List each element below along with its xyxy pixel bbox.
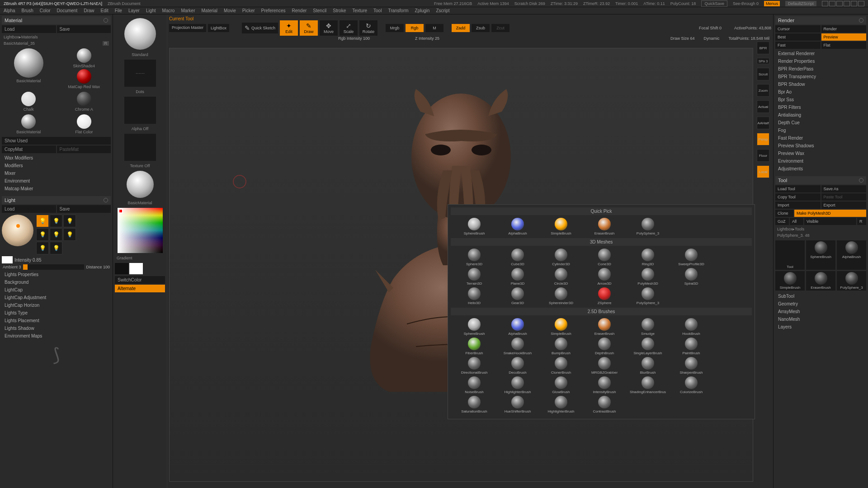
all-button[interactable]: All bbox=[790, 218, 803, 225]
menu-texture[interactable]: Texture bbox=[352, 8, 367, 13]
tool-item-depthbrush[interactable]: DepthBrush bbox=[584, 338, 625, 355]
light-section[interactable]: Lights Properties bbox=[2, 271, 111, 278]
menu-file[interactable]: File bbox=[115, 8, 122, 13]
menus-button[interactable]: Menus bbox=[764, 1, 780, 6]
tool-item-eraserbrush[interactable]: EraserBrush bbox=[584, 318, 625, 336]
render-section[interactable]: Antialiasing bbox=[775, 111, 866, 119]
tool-item-polysphere_3[interactable]: PolySphere_3 bbox=[627, 218, 669, 235]
material-section[interactable]: Matcap Maker bbox=[2, 185, 111, 192]
render-section[interactable]: Preview Wax bbox=[775, 150, 866, 157]
material-section[interactable]: Wax Modifiers bbox=[2, 154, 111, 162]
light-section[interactable]: Lights Type bbox=[2, 309, 111, 317]
quicksave-button[interactable]: QuickSave bbox=[701, 0, 727, 7]
material-thumbnail[interactable] bbox=[77, 114, 91, 129]
bpr-button[interactable]: BPR bbox=[757, 42, 769, 54]
tool-item-contrastbrush[interactable]: ContrastBrush bbox=[584, 396, 625, 413]
focal-shift-slider[interactable]: Focal Shift 0 bbox=[699, 26, 722, 30]
render-palette-header[interactable]: Render bbox=[775, 16, 866, 24]
window-icon[interactable] bbox=[836, 1, 843, 6]
tool-item-decobrush[interactable]: DecoBrush bbox=[497, 357, 538, 375]
menu-transform[interactable]: Transform bbox=[388, 8, 408, 13]
tool-section[interactable]: NanoMesh bbox=[775, 315, 866, 323]
zcut-button[interactable]: Zcut bbox=[491, 24, 509, 32]
copy-tool-button[interactable]: Copy Tool bbox=[775, 193, 821, 201]
render-section[interactable]: Fast Render bbox=[775, 134, 866, 142]
preview-button[interactable]: Preview bbox=[821, 33, 867, 41]
color-picker[interactable] bbox=[118, 208, 163, 253]
lightbox-materials-link[interactable]: Lightbox▸Materials bbox=[2, 34, 111, 40]
light-slot-button[interactable]: 💡 bbox=[36, 228, 49, 241]
menu-tool[interactable]: Tool bbox=[373, 8, 382, 13]
tool-item-clonerbrush[interactable]: ClonerBrush bbox=[540, 357, 582, 375]
menu-render[interactable]: Render bbox=[292, 8, 307, 13]
tool-item-sweepprofile3d[interactable]: SweepProfile3D bbox=[670, 249, 712, 266]
import-button[interactable]: Import bbox=[775, 202, 821, 209]
tool-palette-header[interactable]: Tool bbox=[775, 176, 866, 184]
light-section[interactable]: Environment Maps bbox=[2, 332, 111, 340]
rgb-button[interactable]: Rgb bbox=[406, 24, 424, 32]
load-light-button[interactable]: Load bbox=[2, 205, 56, 213]
tool-item-paintbrush[interactable]: PaintBrush bbox=[670, 338, 712, 355]
save-material-button[interactable]: Save bbox=[57, 25, 111, 33]
zadd-button[interactable]: Zadd bbox=[452, 24, 470, 32]
material-thumbnail[interactable] bbox=[77, 69, 91, 84]
brush-preview[interactable] bbox=[124, 18, 156, 50]
light-slot-button[interactable]: 💡 bbox=[50, 215, 62, 227]
material-thumbnail[interactable] bbox=[77, 92, 91, 106]
tool-item-singlelayerbrush[interactable]: SingleLayerBrush bbox=[627, 338, 669, 355]
make-polymesh-button[interactable]: Make PolyMesh3D bbox=[794, 210, 866, 217]
load-tool-button[interactable]: Load Tool bbox=[775, 185, 821, 192]
dock-icon[interactable] bbox=[104, 18, 108, 23]
m-button[interactable]: M bbox=[425, 24, 443, 32]
gradient-button[interactable]: Gradient bbox=[115, 255, 165, 261]
tool-section[interactable]: Geometry bbox=[775, 300, 866, 308]
tool-thumb[interactable]: EraserBrush bbox=[806, 271, 835, 291]
fast-button[interactable]: Fast bbox=[775, 42, 821, 49]
tool-item-hueshifterbrush[interactable]: HueShifterBrush bbox=[497, 396, 538, 413]
distance-slider[interactable]: Distance 100 bbox=[86, 265, 110, 269]
tool-item-simplebrush[interactable]: SimpleBrush bbox=[540, 318, 582, 336]
tool-item-highlighterbrush[interactable]: HighlighterBrush bbox=[497, 376, 538, 394]
light-slot-button[interactable]: 💡 bbox=[63, 228, 76, 241]
tool-item-glowbrush[interactable]: GlowBrush bbox=[540, 376, 582, 394]
tool-item-fiberbrush[interactable]: FiberBrush bbox=[453, 338, 495, 355]
light-preview[interactable] bbox=[2, 215, 33, 246]
copymat-button[interactable]: CopyMat bbox=[2, 145, 56, 153]
export-button[interactable]: Export bbox=[821, 202, 867, 209]
texture-preview[interactable] bbox=[124, 134, 156, 161]
menu-document[interactable]: Document bbox=[57, 8, 78, 13]
render-section[interactable]: Environment bbox=[775, 157, 866, 165]
light-slot-button[interactable]: 💡 bbox=[36, 242, 49, 254]
tool-item-cylinder3d[interactable]: Cylinder3D bbox=[540, 249, 582, 266]
tool-item-smudge[interactable]: Smudge bbox=[627, 318, 669, 336]
minimize-icon[interactable] bbox=[844, 1, 850, 6]
zoom-button[interactable]: Zoom bbox=[757, 84, 769, 97]
render-section[interactable]: Bpr Ao bbox=[775, 88, 866, 96]
lightbox-button[interactable]: LightBox bbox=[208, 24, 229, 32]
tool-thumb[interactable]: PolySphere_3 bbox=[837, 271, 866, 291]
tool-item-blurbrush[interactable]: BlurBrush bbox=[627, 357, 669, 375]
quicksketch-button[interactable]: ✎Quick Sketch bbox=[242, 23, 278, 33]
render-section[interactable]: BPR Shadow bbox=[775, 80, 866, 88]
show-used-button[interactable]: Show Used bbox=[2, 137, 111, 145]
menu-macro[interactable]: Macro bbox=[162, 8, 175, 13]
menu-light[interactable]: Light bbox=[146, 8, 156, 13]
light-section[interactable]: Lights Shadow bbox=[2, 324, 111, 332]
tool-item-eraserbrush[interactable]: EraserBrush bbox=[584, 218, 625, 235]
material-section[interactable]: Modifiers bbox=[2, 162, 111, 169]
light-section[interactable]: Lights Placement bbox=[2, 317, 111, 324]
light-slot-button[interactable]: 💡 bbox=[50, 228, 62, 241]
tool-item-hookbrush[interactable]: HookBrush bbox=[670, 318, 712, 336]
light-slot-button[interactable]: 💡 bbox=[50, 242, 62, 254]
tool-thumb[interactable]: AlphaBrush bbox=[837, 240, 866, 270]
rgb-intensity-slider[interactable]: Rgb Intensity 100 bbox=[338, 36, 370, 41]
tool-item-shadingenhancerbrus[interactable]: ShadingEnhancerBrus bbox=[627, 376, 669, 394]
light-section[interactable]: LightCap Adjustment bbox=[2, 294, 111, 301]
menu-color[interactable]: Color bbox=[40, 8, 51, 13]
tool-item-polymesh3d[interactable]: PolyMesh3D bbox=[627, 268, 669, 286]
tool-item-polysphere_3[interactable]: PolySphere_3 bbox=[627, 287, 669, 305]
pastemat-button[interactable]: PasteMat bbox=[57, 145, 111, 153]
draw-button[interactable]: ✎Draw bbox=[300, 20, 318, 36]
menu-picker[interactable]: Picker bbox=[242, 8, 255, 13]
tool-thumb[interactable]: Tool bbox=[775, 240, 805, 270]
